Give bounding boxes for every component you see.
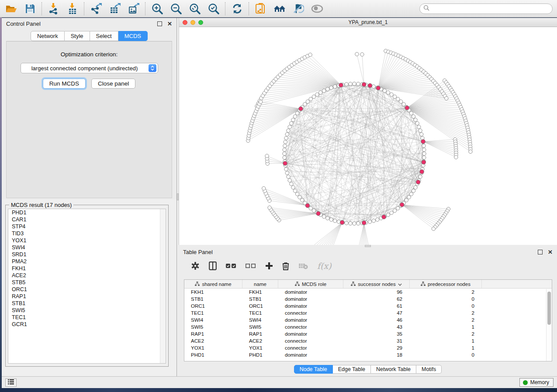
zoom-in-icon — [152, 3, 163, 14]
export-image-button[interactable] — [128, 3, 139, 14]
status-bar: Memory — [2, 376, 557, 388]
select-all-rows-button[interactable] — [226, 263, 236, 268]
show-columns-button[interactable] — [209, 261, 217, 270]
control-panel-header: Control Panel ✕ — [2, 18, 176, 29]
list-scrollbar[interactable] — [160, 209, 166, 363]
export-network-button[interactable] — [90, 3, 102, 14]
table-row[interactable]: PHD1PHD1dominator180 — [184, 351, 552, 358]
node-table: shared name name MCDS role successor nod… — [184, 279, 552, 361]
table-row[interactable]: ACE2ACE2connector311 — [184, 337, 552, 344]
tab-select[interactable]: Select — [90, 31, 118, 41]
table-row[interactable]: RAP1RAP1dominator352 — [184, 330, 552, 337]
desktop-wallpaper — [0, 17, 2, 392]
save-session-button[interactable] — [24, 3, 36, 14]
delete-table-button[interactable] — [298, 262, 308, 269]
tab-motifs[interactable]: Motifs — [416, 365, 442, 374]
table-row[interactable]: YOX1YOX1connector291 — [184, 344, 552, 351]
list-item[interactable]: ORC1 — [8, 286, 166, 293]
show-log-button[interactable] — [5, 378, 17, 387]
add-row-button[interactable] — [265, 262, 273, 270]
list-icon — [8, 378, 14, 386]
tab-style[interactable]: Style — [65, 31, 90, 41]
scrollbar-thumb[interactable] — [547, 292, 551, 325]
folder-open-icon — [6, 4, 17, 14]
float-window-icon[interactable] — [157, 21, 162, 26]
tab-node-table[interactable]: Node Table — [294, 365, 333, 374]
selected-option: largest connected component (undirected) — [21, 65, 149, 72]
optimization-criterion-select[interactable]: largest connected component (undirected) — [21, 63, 158, 73]
close-panel-icon[interactable]: ✕ — [548, 250, 553, 254]
deselect-all-rows-button[interactable] — [246, 263, 256, 268]
export-image-icon — [128, 3, 139, 14]
column-label: successor nodes — [358, 282, 395, 287]
table-row[interactable]: ORC1ORC1dominator610 — [184, 303, 552, 309]
list-item[interactable]: ACE2 — [8, 272, 166, 279]
list-item[interactable]: SRD1 — [8, 251, 166, 258]
open-session-button[interactable] — [5, 3, 17, 14]
list-item[interactable]: STB5 — [8, 279, 166, 286]
list-item[interactable]: SWI5 — [8, 307, 166, 314]
table-row[interactable]: SWI5SWI5connector431 — [184, 323, 552, 330]
tab-edge-table[interactable]: Edge Table — [333, 365, 371, 374]
network-window-titlebar[interactable]: YPA_prune.txt_1 — [179, 18, 557, 27]
network-canvas[interactable] — [179, 27, 557, 245]
hide-selected-button[interactable] — [292, 3, 304, 14]
tab-network-table[interactable]: Network Table — [371, 365, 416, 374]
close-panel-icon[interactable]: ✕ — [167, 21, 172, 26]
list-item[interactable]: PHD1 — [8, 209, 166, 216]
apply-function-button[interactable]: f(x) — [317, 261, 332, 271]
search-input[interactable] — [432, 6, 549, 12]
import-table-button[interactable] — [66, 3, 78, 14]
tab-mcds[interactable]: MCDS — [118, 31, 148, 41]
column-header-predecessor-nodes[interactable]: predecessor nodes — [410, 280, 482, 288]
application-window: Control Panel ✕ Network Style Select MCD… — [0, 0, 557, 392]
list-item[interactable]: RAP1 — [8, 293, 166, 300]
float-window-icon[interactable] — [538, 250, 543, 254]
list-item[interactable]: FKH1 — [8, 265, 166, 272]
apply-layout-button[interactable] — [231, 3, 243, 14]
list-item[interactable]: TID3 — [8, 230, 166, 237]
export-table-button[interactable] — [109, 3, 121, 14]
table-settings-button[interactable] — [191, 261, 200, 270]
list-item[interactable]: STP4 — [8, 223, 166, 230]
table-row[interactable]: STB1STB1dominator620 — [184, 296, 552, 303]
zoom-selected-button[interactable] — [208, 3, 219, 14]
column-header-successor-nodes[interactable]: successor nodes — [343, 280, 410, 288]
home-button[interactable] — [273, 3, 285, 14]
list-item[interactable]: CAR1 — [8, 216, 166, 223]
zoom-fit-icon — [189, 3, 201, 14]
list-item[interactable]: YOX1 — [8, 237, 166, 244]
gear-icon — [191, 261, 200, 270]
refresh-icon — [232, 3, 242, 14]
zoom-out-button[interactable] — [170, 3, 182, 14]
list-item[interactable]: STB1 — [8, 300, 166, 307]
plus-icon — [265, 262, 273, 270]
zoom-fit-button[interactable] — [189, 3, 201, 14]
open-network-document-button[interactable] — [255, 3, 266, 14]
zoom-in-button[interactable] — [151, 3, 163, 14]
list-item[interactable]: SWI4 — [8, 244, 166, 251]
delete-rows-button[interactable] — [282, 262, 289, 270]
table-row[interactable]: TEC1TEC1connector472 — [184, 309, 552, 316]
table-toolbar: f(x) — [179, 257, 557, 274]
show-all-button[interactable] — [311, 3, 323, 14]
list-item[interactable]: PMA2 — [8, 258, 166, 265]
import-network-button[interactable] — [48, 3, 59, 14]
table-row[interactable]: FKH1FKH1dominator962 — [184, 289, 552, 296]
column-header-shared-name[interactable]: shared name — [184, 280, 242, 288]
column-label: name — [254, 282, 266, 287]
mcds-result-list[interactable]: PHD1 CAR1 STP4 TID3 YOX1 SWI4 SRD1 PMA2 … — [8, 209, 166, 364]
close-panel-button[interactable]: Close panel — [91, 79, 135, 89]
control-panel: Control Panel ✕ Network Style Select MCD… — [2, 18, 177, 376]
list-item[interactable]: GCR1 — [8, 321, 166, 328]
memory-button[interactable]: Memory — [519, 378, 554, 387]
table-row[interactable]: SWI4SWI4dominator462 — [184, 316, 552, 323]
column-header-name[interactable]: name — [242, 280, 278, 288]
column-header-mcds-role[interactable]: MCDS role — [278, 280, 343, 288]
import-network-icon — [48, 3, 59, 14]
tab-network[interactable]: Network — [31, 31, 65, 41]
search-field[interactable] — [419, 3, 553, 14]
table-scrollbar[interactable] — [546, 289, 552, 361]
run-mcds-button[interactable]: Run MCDS — [43, 79, 86, 89]
list-item[interactable]: TEC1 — [8, 314, 166, 321]
